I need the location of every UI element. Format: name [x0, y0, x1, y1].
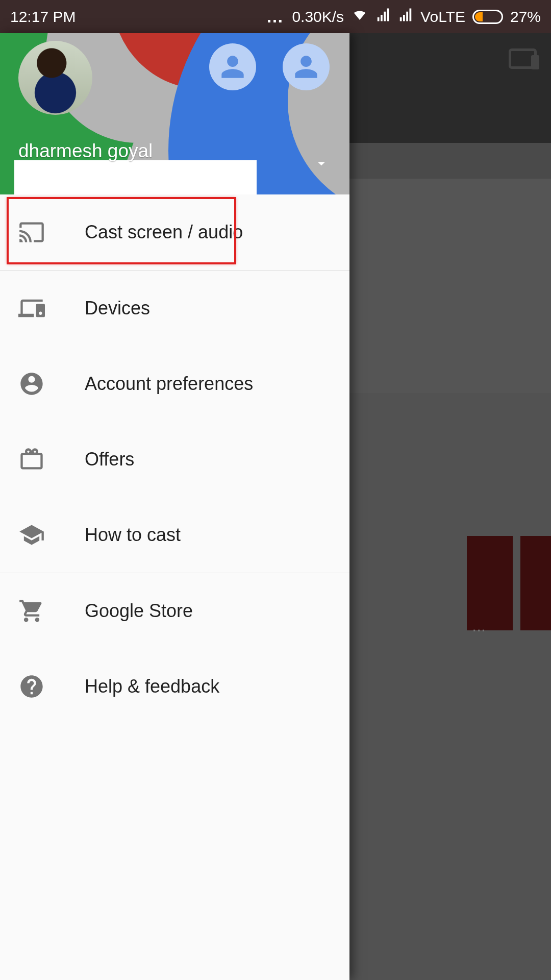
menu-item-cast-screen[interactable]: Cast screen / audio — [0, 194, 349, 270]
bg-card — [520, 536, 551, 630]
status-time: 12:17 PM — [10, 8, 76, 26]
menu-item-devices[interactable]: Devices — [0, 271, 349, 346]
menu-item-label: Help & feedback — [85, 676, 219, 697]
signal-icon — [398, 7, 413, 26]
switch-account-avatar[interactable] — [209, 43, 256, 90]
menu-item-account-preferences[interactable]: Account preferences — [0, 346, 349, 422]
wifi-icon — [351, 7, 368, 26]
account-dropdown[interactable] — [313, 155, 330, 174]
menu-item-label: Offers — [85, 449, 134, 470]
menu-item-label: Devices — [85, 298, 150, 319]
devices-icon — [18, 295, 45, 322]
menu-item-how-to-cast[interactable]: How to cast — [0, 497, 349, 573]
menu-item-label: Account preferences — [85, 373, 253, 395]
menu-item-help-feedback[interactable]: Help & feedback — [0, 649, 349, 724]
help-icon — [18, 673, 45, 700]
avatar[interactable] — [18, 41, 92, 115]
status-bar: 12:17 PM … 0.30K/s VoLTE 27% — [0, 0, 551, 33]
devices-icon — [509, 48, 537, 69]
school-icon — [18, 522, 45, 548]
status-more-icon: … — [266, 7, 285, 27]
status-speed: 0.30K/s — [292, 8, 344, 26]
status-volte: VoLTE — [420, 8, 465, 26]
cast-icon — [18, 219, 45, 246]
battery-icon — [472, 10, 503, 24]
drawer-header: dharmesh goyal — [0, 33, 349, 194]
cart-icon — [18, 598, 45, 624]
signal-icon — [375, 7, 391, 26]
drawer-menu: Cast screen / audio Devices Account pref… — [0, 194, 349, 980]
menu-item-label: Cast screen / audio — [85, 222, 243, 243]
account-name: dharmesh goyal — [18, 140, 153, 162]
menu-item-google-store[interactable]: Google Store — [0, 573, 349, 649]
nav-drawer: dharmesh goyal Cast screen / audio Devic… — [0, 33, 349, 980]
account-email-strip — [14, 160, 257, 194]
menu-item-label: Google Store — [85, 600, 193, 622]
status-battery-pct: 27% — [510, 8, 541, 26]
bg-truncated-text: ... — [472, 617, 486, 635]
gift-icon — [18, 446, 45, 473]
switch-account-avatar[interactable] — [283, 43, 330, 90]
account-icon — [18, 371, 45, 397]
menu-item-offers[interactable]: Offers — [0, 422, 349, 497]
menu-item-label: How to cast — [85, 524, 181, 546]
